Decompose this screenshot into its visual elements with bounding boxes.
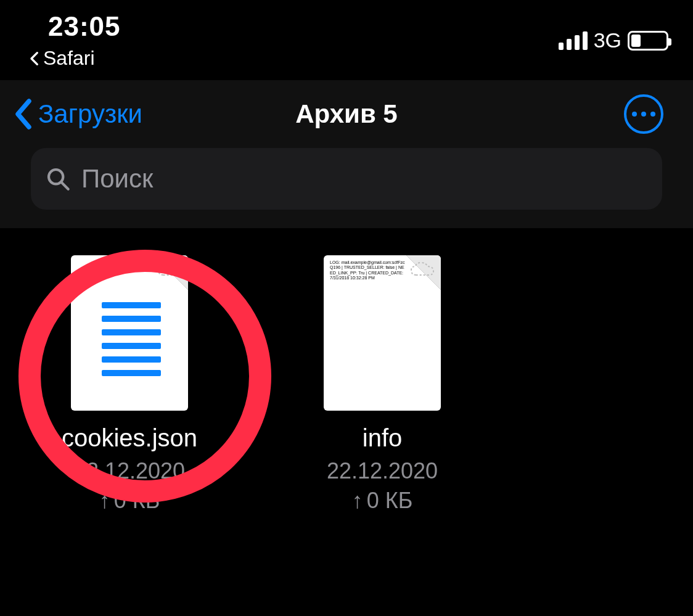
- signal-icon: [559, 31, 588, 50]
- cloud-sync-icon: [156, 260, 183, 279]
- file-size-label: ↑0 КБ: [352, 488, 413, 514]
- file-size-label: ↑0 КБ: [99, 488, 160, 514]
- file-name-label: info: [363, 424, 403, 452]
- battery-icon: [628, 31, 668, 51]
- file-item-info[interactable]: LOG: mail.example@gmail.com:sdfFzcQ196 |…: [290, 255, 475, 514]
- status-right: 3G: [559, 11, 668, 52]
- nav-bar: Загрузки Архив 5: [0, 80, 693, 148]
- file-name-label: cookies.json: [62, 424, 197, 452]
- file-date-label: 22.12.2020: [327, 458, 438, 484]
- more-options-button[interactable]: [624, 94, 663, 134]
- back-to-safari[interactable]: Safari: [28, 47, 121, 70]
- search-container: Поиск: [0, 148, 693, 228]
- chevron-left-icon: [12, 97, 35, 131]
- search-placeholder: Поиск: [81, 164, 153, 194]
- search-icon: [46, 166, 70, 191]
- cloud-sync-icon: [409, 260, 436, 279]
- back-app-label: Safari: [43, 47, 95, 70]
- dot-icon: [641, 112, 646, 117]
- file-date-label: 22.12.2020: [74, 458, 185, 484]
- back-label: Загрузки: [38, 99, 142, 129]
- status-bar: 23:05 Safari 3G: [0, 0, 693, 80]
- txt-preview-icon: LOG: mail.example@gmail.com:sdfFzcQ196 |…: [330, 260, 405, 281]
- dot-icon: [650, 112, 655, 117]
- upload-arrow-icon: ↑: [352, 488, 363, 514]
- back-button[interactable]: Загрузки: [12, 97, 142, 131]
- page-title: Архив 5: [295, 99, 397, 129]
- battery-fill: [631, 35, 641, 47]
- file-grid: cookies.json 22.12.2020 ↑0 КБ LOG: mail.…: [0, 228, 693, 514]
- json-content-icon: [102, 302, 161, 376]
- file-thumbnail: LOG: mail.example@gmail.com:sdfFzcQ196 |…: [324, 255, 441, 411]
- back-caret-icon: [28, 51, 39, 66]
- search-input[interactable]: Поиск: [31, 148, 662, 210]
- svg-line-1: [61, 182, 68, 189]
- status-left: 23:05 Safari: [25, 11, 121, 70]
- file-item-cookies-json[interactable]: cookies.json 22.12.2020 ↑0 КБ: [37, 255, 222, 514]
- upload-arrow-icon: ↑: [99, 488, 110, 514]
- dot-icon: [632, 112, 637, 117]
- clock-label: 23:05: [48, 11, 121, 42]
- network-type-label: 3G: [594, 28, 621, 52]
- file-thumbnail: [71, 255, 188, 411]
